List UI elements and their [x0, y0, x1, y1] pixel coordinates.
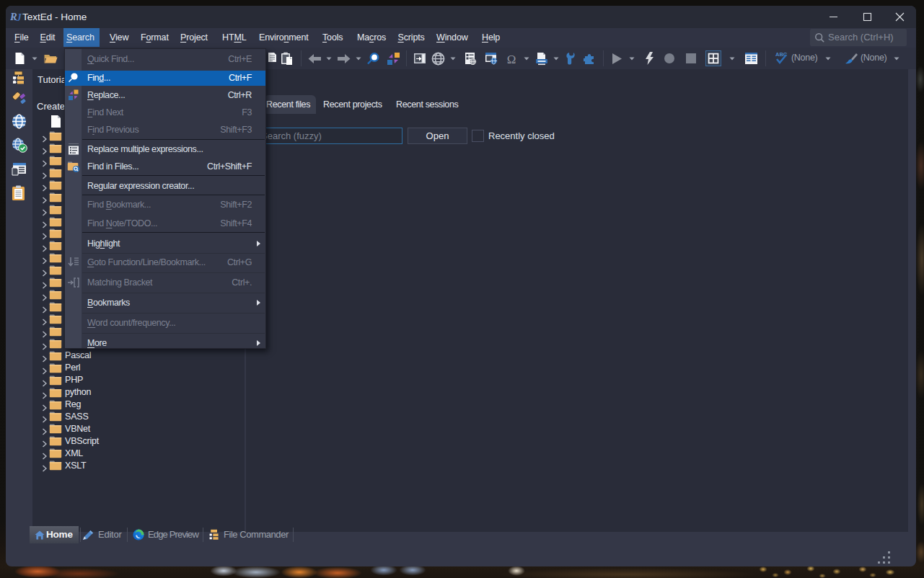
svg-text:Ω: Ω: [507, 53, 516, 65]
svg-text:J: J: [16, 12, 22, 23]
